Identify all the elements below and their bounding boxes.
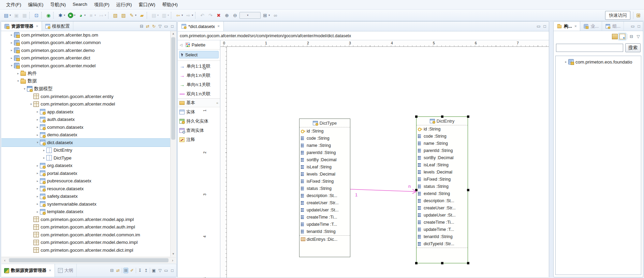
link-editor-icon[interactable]: ⇄ bbox=[116, 268, 120, 273]
minimize-icon[interactable]: ▭ bbox=[630, 24, 635, 29]
entity-field[interactable]: id :String bbox=[416, 125, 468, 133]
palette-relation-tool[interactable]: — 双向1:n关联 bbox=[178, 89, 220, 98]
tree-mode-icon[interactable]: ⊞ bbox=[123, 268, 128, 273]
entity-field[interactable]: parentId :String bbox=[416, 147, 468, 154]
remote-console-button[interactable]: ⊡ bbox=[33, 11, 40, 19]
expander-icon[interactable] bbox=[35, 118, 40, 121]
tree-item[interactable]: DictType bbox=[1, 154, 176, 162]
run-button[interactable]: ▶ bbox=[67, 11, 76, 19]
server-start-button[interactable]: ◉ bbox=[45, 11, 52, 19]
import-datasource-icon[interactable]: ↧ bbox=[137, 268, 142, 273]
entity-field[interactable]: status :String bbox=[299, 185, 350, 192]
selection-handle[interactable] bbox=[441, 262, 443, 264]
tree-item[interactable]: com.primeton.gocom.afcenter.model.dict.i… bbox=[1, 246, 176, 254]
open-folder-button[interactable]: ▰ bbox=[138, 11, 146, 19]
selection-handle[interactable] bbox=[415, 115, 418, 118]
vertical-scrollbar[interactable]: ▲ ▼ bbox=[170, 31, 176, 256]
tree-item[interactable]: common.datasetx bbox=[1, 123, 176, 131]
export-datasource-icon[interactable]: ↥ bbox=[144, 268, 148, 273]
menu-item[interactable]: 窗口(W) bbox=[135, 0, 159, 9]
minimize-icon[interactable]: ▭ bbox=[164, 24, 169, 29]
scroll-right-icon[interactable]: › bbox=[169, 258, 176, 262]
tree-item[interactable]: com.primeton.gocom.afcenter.demo bbox=[1, 46, 176, 54]
view-menu-icon[interactable]: ▽ bbox=[158, 268, 162, 273]
palette-section-basic[interactable]: 基本 bbox=[178, 98, 220, 107]
show-instances-icon[interactable] bbox=[612, 34, 618, 39]
palette-relation-tool[interactable]: → 单向1:n关联 bbox=[178, 71, 220, 80]
forward-button[interactable]: ⇨ bbox=[185, 11, 194, 19]
tree-item[interactable]: com.primeton.gocom.afcenter.dict bbox=[1, 54, 176, 62]
tab-template-config[interactable]: 模板配置 bbox=[42, 22, 73, 31]
entity-field[interactable]: createTime :Ti... bbox=[299, 213, 350, 221]
next-annotation-button[interactable]: ▥ bbox=[160, 11, 170, 19]
tree-item[interactable]: com.primeton.eos.foundatio bbox=[556, 58, 641, 66]
sep[interactable] bbox=[122, 268, 122, 273]
minimize-icon[interactable]: ▭ bbox=[164, 268, 169, 273]
tree-item[interactable]: com.primeton.gocom.afcenter.common bbox=[1, 39, 176, 47]
entity-field[interactable]: isFixed :String bbox=[299, 178, 350, 185]
tree-item[interactable]: app.datasetx bbox=[1, 108, 176, 116]
open-perspective-icon[interactable]: ⊞ bbox=[636, 12, 641, 18]
scroll-down-icon[interactable]: ▼ bbox=[171, 252, 176, 255]
profile-button[interactable]: ◕ bbox=[77, 11, 87, 19]
save-icon[interactable]: ▣ bbox=[151, 268, 156, 273]
close-icon[interactable]: ✕ bbox=[217, 25, 220, 28]
tab-components[interactable]: 构... ✕ bbox=[554, 22, 580, 31]
expander-icon[interactable] bbox=[35, 141, 40, 144]
maximize-icon[interactable]: □ bbox=[170, 24, 175, 29]
tree-item[interactable]: systemvariable.datasetx bbox=[1, 200, 176, 208]
entity-field[interactable]: isLeaf :String bbox=[299, 163, 350, 170]
entity-field[interactable]: createUser :Str... bbox=[299, 199, 350, 206]
entity-association-field[interactable]: dictEntrys :Dic... bbox=[299, 236, 350, 243]
save-all-button[interactable]: ▦ bbox=[21, 11, 28, 19]
tree-item[interactable]: DictEntry bbox=[1, 147, 176, 154]
zoom-in-button[interactable]: ⊕ bbox=[223, 11, 231, 19]
group-by-package-icon[interactable] bbox=[619, 34, 625, 39]
entity-field[interactable]: createUser :Str... bbox=[416, 204, 468, 211]
tree-item[interactable]: auth.datasetx bbox=[1, 116, 176, 124]
view-menu-icon[interactable]: ▽ bbox=[158, 24, 162, 29]
expander-icon[interactable] bbox=[16, 79, 20, 83]
close-icon[interactable]: ✕ bbox=[36, 25, 39, 28]
zoom-out-button[interactable]: ⊖ bbox=[231, 11, 239, 19]
scrollbar-thumb[interactable] bbox=[9, 258, 169, 262]
palette-basic-tool[interactable]: 持久化实体 bbox=[178, 116, 220, 126]
entity-field[interactable]: dictTypeId :Str... bbox=[416, 240, 468, 247]
link-editor-icon[interactable]: ⇄ bbox=[145, 24, 150, 29]
palette-basic-tool[interactable]: 查询实体 bbox=[178, 126, 220, 135]
expander-icon[interactable] bbox=[35, 210, 40, 213]
tab-outline[interactable]: 大纲 bbox=[55, 264, 77, 277]
entity-dictentry[interactable]: DictEntry id :String code :String bbox=[416, 116, 468, 263]
tree-item[interactable]: com.primeton.gocom.afcenter.model.app.im… bbox=[1, 216, 176, 223]
palette-basic-tool[interactable]: 注释 bbox=[178, 135, 220, 144]
expander-icon[interactable] bbox=[9, 41, 14, 44]
quick-access-button[interactable]: 快速访问 bbox=[605, 11, 630, 20]
close-icon[interactable]: ✕ bbox=[574, 25, 577, 28]
tree-item[interactable]: safety.datasetx bbox=[1, 193, 176, 200]
entity-field[interactable]: updateTime :T... bbox=[416, 226, 468, 233]
menu-item[interactable]: 帮助(H) bbox=[159, 0, 181, 9]
entity-field[interactable]: levels :Decimal bbox=[299, 170, 350, 178]
menu-item[interactable]: 项目(P) bbox=[91, 0, 113, 9]
entity-field[interactable]: updateUser :St... bbox=[299, 206, 350, 213]
minimize-icon[interactable]: ▭ bbox=[536, 24, 541, 29]
menu-item[interactable]: 文件(F) bbox=[3, 0, 25, 9]
maximize-icon[interactable]: □ bbox=[170, 268, 175, 273]
menu-item[interactable]: 导航(N) bbox=[47, 0, 69, 9]
tab-resource-explorer[interactable]: 资源管理器 ✕ bbox=[1, 22, 42, 31]
entity-field[interactable]: description :St... bbox=[299, 192, 350, 199]
entity-field[interactable]: isFixed :String bbox=[416, 176, 468, 183]
tree-item[interactable]: demo.datasetx bbox=[1, 131, 176, 139]
expander-icon[interactable] bbox=[9, 48, 14, 52]
expander-icon[interactable] bbox=[42, 149, 46, 152]
expander-icon[interactable] bbox=[35, 133, 40, 137]
debug-button[interactable]: ✱ bbox=[57, 11, 66, 19]
expander-icon[interactable] bbox=[35, 195, 40, 198]
select-linked-icon[interactable]: ✐ bbox=[130, 268, 134, 273]
tree-item[interactable]: 构件 bbox=[1, 70, 176, 78]
entity-field[interactable]: description :St... bbox=[416, 197, 468, 204]
entity-field[interactable]: id :String bbox=[299, 127, 350, 135]
expander-icon[interactable] bbox=[35, 187, 40, 190]
tab-datasource-explorer[interactable]: 数据源资源管理器 ✕ bbox=[1, 264, 55, 277]
terminate-button[interactable]: ■ bbox=[87, 11, 97, 19]
